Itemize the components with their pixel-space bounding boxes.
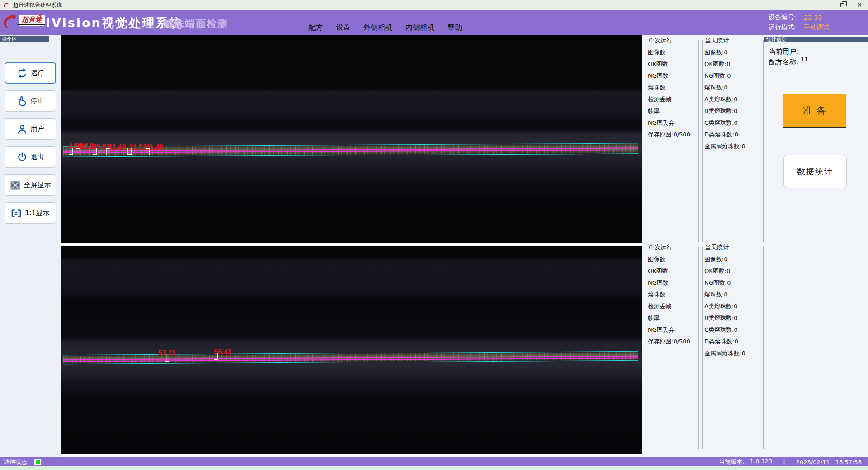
app-title: IVision视觉处理系统 — [46, 15, 183, 31]
stat-item: NG图数 — [648, 277, 698, 289]
menu-inner-camera[interactable]: 内侧相机 — [406, 23, 434, 33]
stat-item: NG图丢弃 — [648, 117, 698, 129]
bottom-strip — [0, 466, 868, 470]
restore-icon — [840, 3, 844, 7]
stat-item: NG图数 — [648, 70, 698, 82]
statistics-info-panel: 统计信息 当前用户: 配方名称: 11 准备 数据统计 — [764, 35, 868, 457]
stop-hand-icon — [17, 96, 28, 107]
stat-item: B类熔珠数:0 — [704, 312, 763, 324]
stat-item: 图像数:0 — [704, 47, 763, 58]
sidebar-button-stop[interactable]: 停止 — [5, 90, 56, 112]
camera-display-area: 44.8439.1839.8341.4931.5341.49 53.1156.4… — [61, 35, 642, 457]
stat-item: 熔珠数:0 — [704, 289, 763, 301]
run-mode-value: 手动调试 — [804, 24, 829, 32]
main-area: 操作区 运行停止用户退出全屏显示1:1显示 44.8439.1839.8341.… — [0, 35, 868, 457]
version-value: 1.0.123 — [750, 458, 773, 466]
stat-item: 图像数:0 — [704, 254, 763, 265]
stat-item: OK图数 — [648, 265, 698, 277]
inner-camera-view: 53.1156.43 — [61, 246, 642, 454]
sidebar-button-label: 运行 — [31, 69, 44, 77]
run-sync-icon — [17, 68, 28, 79]
app-header: 超音速 IVision视觉处理系统 熔珠端面检测 配方设置外侧相机内侧相机帮助 … — [0, 10, 868, 35]
detection-marker — [146, 148, 150, 155]
detection-marker — [106, 148, 110, 155]
minimize-button[interactable] — [816, 0, 834, 10]
single-run-groupbox-items: 图像数OK图数NG图数熔珠数检测丢帧帧率NG图丢弃保存原图:0/500 — [646, 254, 698, 348]
single-run-groupbox: 单次运行图像数OK图数NG图数熔珠数检测丢帧帧率NG图丢弃保存原图:0/500 — [646, 40, 699, 242]
one-to-one-icon — [11, 208, 22, 219]
user-icon — [17, 124, 28, 135]
restore-button[interactable] — [834, 0, 851, 10]
detection-marker — [93, 148, 97, 155]
header-info: 设备编号: 22-33 运行模式: 手动调试 — [769, 13, 829, 33]
status-separator: | — [783, 459, 785, 465]
sidebar-button-label: 用户 — [31, 125, 44, 133]
sidebar-button-fullscreen[interactable]: 全屏显示 — [5, 174, 56, 196]
stat-item: NG图数:0 — [704, 277, 763, 289]
sidebar-button-one-to-one[interactable]: 1:1显示 — [5, 202, 56, 224]
stat-item: 熔珠数 — [648, 289, 698, 301]
stats-pair-bottom: 单次运行图像数OK图数NG图数熔珠数检测丢帧帧率NG图丢弃保存原图:0/500当… — [646, 247, 764, 449]
status-date: 2025/02/11 — [796, 459, 830, 465]
window-controls: ✕ — [816, 0, 868, 10]
stat-item: NG图数:0 — [704, 70, 763, 82]
menu-bar: 配方设置外侧相机内侧相机帮助 — [308, 23, 462, 33]
version-label: 当前版本: — [719, 458, 744, 466]
stat-item: 熔珠数 — [648, 82, 698, 94]
sidebar-button-run[interactable]: 运行 — [5, 62, 56, 84]
stat-item: OK图数 — [648, 58, 698, 70]
stats-pair-top: 单次运行图像数OK图数NG图数熔珠数检测丢帧帧率NG图丢弃保存原图:0/500当… — [646, 40, 764, 242]
menu-help[interactable]: 帮助 — [448, 23, 462, 33]
detection-marker — [165, 355, 169, 362]
comm-status-led — [34, 459, 41, 465]
close-button[interactable]: ✕ — [851, 0, 868, 10]
menu-outer-camera[interactable]: 外侧相机 — [363, 23, 392, 33]
measurement-label: 41.49 — [108, 143, 126, 152]
app-logo-icon — [3, 2, 9, 9]
menu-settings[interactable]: 设置 — [336, 23, 350, 33]
daily-stats-groupbox-title: 当天统计 — [703, 244, 731, 252]
sidebar-button-exit[interactable]: 退出 — [5, 146, 56, 168]
stat-item: 保存原图:0/500 — [648, 129, 698, 141]
status-bar: 通信状态: 当前版本: 1.0.123 | 2025/02/11 16:57:5… — [0, 457, 868, 466]
stat-item: 图像数 — [648, 47, 698, 58]
stat-item: D类熔珠数:0 — [704, 129, 763, 141]
stat-item: 保存原图:0/500 — [648, 336, 698, 348]
single-run-groupbox-items: 图像数OK图数NG图数熔珠数检测丢帧帧率NG图丢弃保存原图:0/500 — [646, 47, 698, 141]
stat-item: 熔珠数:0 — [704, 82, 763, 94]
device-number-value: 22-33 — [804, 14, 822, 21]
stat-item: OK图数:0 — [704, 58, 763, 70]
detection-marker — [69, 148, 73, 155]
detection-marker — [76, 148, 80, 155]
single-run-groupbox-title: 单次运行 — [647, 37, 674, 45]
daily-stats-groupbox-items: 图像数:0OK图数:0NG图数:0熔珠数:0A类熔珠数:0B类熔珠数:0C类熔珠… — [703, 47, 763, 152]
sidebar-button-label: 1:1显示 — [25, 209, 49, 217]
stat-item: 帧率 — [648, 312, 698, 324]
statistics-columns: 单次运行图像数OK图数NG图数熔珠数检测丢帧帧率NG图丢弃保存原图:0/500当… — [642, 35, 764, 457]
statistics-info-title: 统计信息 — [764, 37, 868, 42]
status-time: 16:57:56 — [835, 459, 862, 465]
stat-item: 检测丢帧 — [648, 94, 698, 105]
brand-badge: 超音速 — [19, 15, 45, 26]
daily-stats-groupbox: 当天统计图像数:0OK图数:0NG图数:0熔珠数:0A类熔珠数:0B类熔珠数:0… — [702, 247, 764, 449]
data-statistics-button[interactable]: 数据统计 — [783, 155, 847, 188]
recipe-name-value: 11 — [801, 56, 808, 63]
stat-item: 检测丢帧 — [648, 301, 698, 312]
stat-item: 帧率 — [648, 105, 698, 117]
daily-stats-groupbox-items: 图像数:0OK图数:0NG图数:0熔珠数:0A类熔珠数:0B类熔珠数:0C类熔珠… — [703, 254, 763, 359]
led-green-indicator — [36, 460, 40, 464]
power-icon — [17, 152, 28, 163]
stat-item: B类熔珠数:0 — [704, 105, 763, 117]
stat-item: 图像数 — [648, 254, 698, 265]
camera-divider — [61, 243, 642, 246]
stat-item: A类熔珠数:0 — [704, 301, 763, 312]
stat-item: NG图丢弃 — [648, 324, 698, 336]
fullscreen-icon — [10, 180, 21, 191]
brand-logo-icon — [1, 13, 19, 31]
ready-button[interactable]: 准备 — [783, 94, 846, 128]
sidebar-button-user[interactable]: 用户 — [5, 118, 56, 140]
app-window: 超音速视觉处理系统 ✕ 超音速 IVision视觉处理系统 熔珠端面检测 配方设… — [0, 0, 868, 470]
stat-item: C类熔珠数:0 — [704, 117, 763, 129]
menu-recipe[interactable]: 配方 — [308, 23, 323, 33]
weld-bead-detection-bottom — [63, 351, 638, 364]
